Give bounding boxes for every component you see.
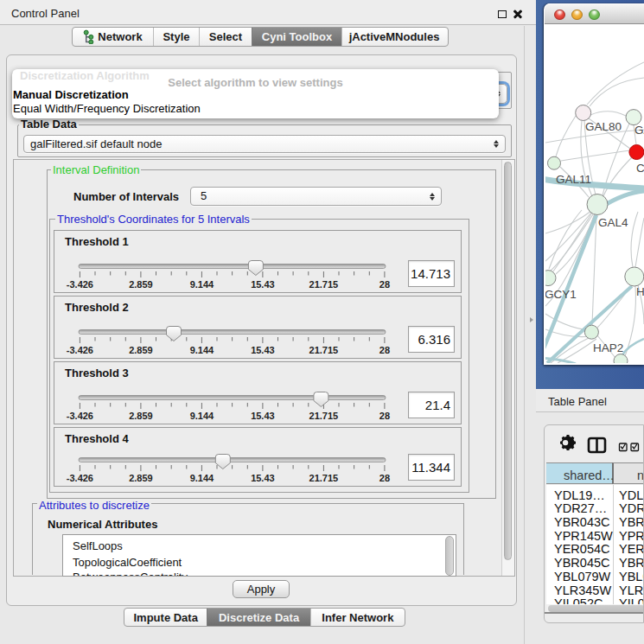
svg-text:GAL11: GAL11 [556, 173, 591, 186]
svg-text:GA: GA [634, 124, 644, 137]
svg-text:HAP2: HAP2 [593, 341, 623, 354]
svg-text:GCY1: GCY1 [545, 288, 577, 301]
svg-text:GAL80: GAL80 [585, 120, 622, 133]
svg-text:HA: HA [636, 285, 644, 298]
svg-text:GAL4: GAL4 [598, 216, 628, 229]
svg-text:C: C [636, 162, 644, 175]
